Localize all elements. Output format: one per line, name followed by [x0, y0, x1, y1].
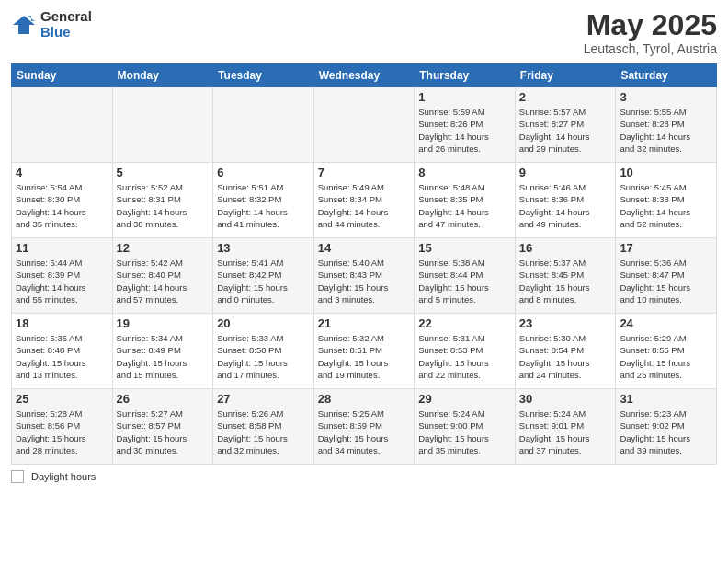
day-number: 2	[519, 90, 612, 104]
day-number: 11	[16, 241, 108, 255]
day-number: 25	[16, 392, 108, 406]
header-tuesday: Tuesday	[213, 64, 314, 87]
day-number: 20	[217, 316, 310, 330]
calendar-cell: 28Sunrise: 5:25 AM Sunset: 8:59 PM Dayli…	[313, 389, 415, 465]
calendar-cell: 6Sunrise: 5:51 AM Sunset: 8:32 PM Daylig…	[213, 163, 314, 238]
calendar-cell: 5Sunrise: 5:52 AM Sunset: 8:31 PM Daylig…	[112, 163, 213, 238]
calendar-cell: 24Sunrise: 5:29 AM Sunset: 8:55 PM Dayli…	[616, 314, 717, 389]
day-number: 8	[418, 166, 511, 179]
day-number: 21	[318, 316, 411, 330]
day-info: Sunrise: 5:54 AM Sunset: 8:30 PM Dayligh…	[16, 181, 108, 230]
day-number: 24	[620, 316, 712, 330]
day-number: 26	[117, 392, 210, 406]
calendar-cell: 20Sunrise: 5:33 AM Sunset: 8:50 PM Dayli…	[213, 314, 314, 389]
day-info: Sunrise: 5:48 AM Sunset: 8:35 PM Dayligh…	[418, 181, 511, 230]
day-info: Sunrise: 5:23 AM Sunset: 9:02 PM Dayligh…	[620, 408, 712, 456]
day-number: 31	[620, 392, 712, 406]
day-info: Sunrise: 5:49 AM Sunset: 8:34 PM Dayligh…	[318, 181, 411, 230]
day-number: 6	[217, 166, 310, 179]
calendar-body: 1Sunrise: 5:59 AM Sunset: 8:26 PM Daylig…	[12, 87, 717, 465]
calendar-cell: 23Sunrise: 5:30 AM Sunset: 8:54 PM Dayli…	[515, 314, 616, 389]
calendar-cell: 22Sunrise: 5:31 AM Sunset: 8:53 PM Dayli…	[415, 314, 516, 389]
calendar-cell	[213, 87, 314, 163]
footer: Daylight hours	[11, 470, 717, 483]
day-info: Sunrise: 5:34 AM Sunset: 8:49 PM Dayligh…	[117, 332, 210, 381]
calendar-cell: 3Sunrise: 5:55 AM Sunset: 8:28 PM Daylig…	[616, 87, 717, 163]
day-number: 5	[117, 166, 210, 179]
day-info: Sunrise: 5:30 AM Sunset: 8:54 PM Dayligh…	[519, 332, 612, 381]
calendar-cell: 9Sunrise: 5:46 AM Sunset: 8:36 PM Daylig…	[515, 163, 616, 238]
day-number: 27	[217, 392, 310, 406]
calendar-cell: 15Sunrise: 5:38 AM Sunset: 8:44 PM Dayli…	[415, 238, 516, 314]
header: General Blue May 2025 Leutasch, Tyrol, A…	[11, 9, 717, 56]
day-number: 7	[318, 166, 411, 179]
calendar-header: Sunday Monday Tuesday Wednesday Thursday…	[12, 64, 717, 87]
calendar-cell: 7Sunrise: 5:49 AM Sunset: 8:34 PM Daylig…	[313, 163, 415, 238]
calendar-cell: 30Sunrise: 5:24 AM Sunset: 9:01 PM Dayli…	[515, 389, 616, 465]
day-info: Sunrise: 5:51 AM Sunset: 8:32 PM Dayligh…	[217, 181, 310, 230]
day-info: Sunrise: 5:32 AM Sunset: 8:51 PM Dayligh…	[318, 332, 411, 381]
calendar-cell: 12Sunrise: 5:42 AM Sunset: 8:40 PM Dayli…	[112, 238, 213, 314]
header-monday: Monday	[112, 64, 213, 87]
month-title: May 2025	[584, 9, 717, 41]
day-info: Sunrise: 5:59 AM Sunset: 8:26 PM Dayligh…	[418, 106, 511, 155]
calendar-cell: 19Sunrise: 5:34 AM Sunset: 8:49 PM Dayli…	[112, 314, 213, 389]
day-number: 4	[16, 166, 108, 179]
calendar-cell: 21Sunrise: 5:32 AM Sunset: 8:51 PM Dayli…	[313, 314, 415, 389]
day-info: Sunrise: 5:27 AM Sunset: 8:57 PM Dayligh…	[117, 408, 210, 456]
day-info: Sunrise: 5:57 AM Sunset: 8:27 PM Dayligh…	[519, 106, 612, 155]
header-wednesday: Wednesday	[313, 64, 415, 87]
day-info: Sunrise: 5:24 AM Sunset: 9:01 PM Dayligh…	[519, 408, 612, 456]
day-info: Sunrise: 5:29 AM Sunset: 8:55 PM Dayligh…	[620, 332, 712, 381]
day-info: Sunrise: 5:44 AM Sunset: 8:39 PM Dayligh…	[16, 257, 108, 305]
svg-marker-0	[13, 16, 35, 34]
calendar-cell: 17Sunrise: 5:36 AM Sunset: 8:47 PM Dayli…	[616, 238, 717, 314]
day-info: Sunrise: 5:38 AM Sunset: 8:44 PM Dayligh…	[418, 257, 511, 305]
day-info: Sunrise: 5:52 AM Sunset: 8:31 PM Dayligh…	[117, 181, 210, 230]
day-number: 15	[418, 241, 511, 255]
main-container: General Blue May 2025 Leutasch, Tyrol, A…	[0, 0, 728, 563]
logo-icon	[11, 12, 37, 38]
day-number: 13	[217, 241, 310, 255]
calendar-cell: 2Sunrise: 5:57 AM Sunset: 8:27 PM Daylig…	[515, 87, 616, 163]
header-sunday: Sunday	[12, 64, 113, 87]
calendar-cell: 31Sunrise: 5:23 AM Sunset: 9:02 PM Dayli…	[616, 389, 717, 465]
day-number: 30	[519, 392, 612, 406]
calendar-cell: 25Sunrise: 5:28 AM Sunset: 8:56 PM Dayli…	[12, 389, 113, 465]
day-number: 10	[620, 166, 712, 179]
day-info: Sunrise: 5:24 AM Sunset: 9:00 PM Dayligh…	[418, 408, 511, 456]
title-block: May 2025 Leutasch, Tyrol, Austria	[584, 9, 717, 56]
day-info: Sunrise: 5:25 AM Sunset: 8:59 PM Dayligh…	[318, 408, 411, 456]
week-row-0: 1Sunrise: 5:59 AM Sunset: 8:26 PM Daylig…	[12, 87, 717, 163]
calendar-table: Sunday Monday Tuesday Wednesday Thursday…	[11, 63, 717, 465]
week-row-1: 4Sunrise: 5:54 AM Sunset: 8:30 PM Daylig…	[12, 163, 717, 238]
day-number: 16	[519, 241, 612, 255]
calendar-cell: 26Sunrise: 5:27 AM Sunset: 8:57 PM Dayli…	[112, 389, 213, 465]
day-info: Sunrise: 5:42 AM Sunset: 8:40 PM Dayligh…	[117, 257, 210, 305]
day-info: Sunrise: 5:55 AM Sunset: 8:28 PM Dayligh…	[620, 106, 712, 155]
logo-general: General	[40, 9, 92, 25]
day-info: Sunrise: 5:35 AM Sunset: 8:48 PM Dayligh…	[16, 332, 108, 381]
day-number: 17	[620, 241, 712, 255]
week-row-2: 11Sunrise: 5:44 AM Sunset: 8:39 PM Dayli…	[12, 238, 717, 314]
day-info: Sunrise: 5:36 AM Sunset: 8:47 PM Dayligh…	[620, 257, 712, 305]
calendar-cell: 18Sunrise: 5:35 AM Sunset: 8:48 PM Dayli…	[12, 314, 113, 389]
daylight-box	[11, 470, 24, 483]
calendar-cell: 13Sunrise: 5:41 AM Sunset: 8:42 PM Dayli…	[213, 238, 314, 314]
calendar-cell: 10Sunrise: 5:45 AM Sunset: 8:38 PM Dayli…	[616, 163, 717, 238]
day-number: 12	[117, 241, 210, 255]
calendar-cell	[313, 87, 415, 163]
day-info: Sunrise: 5:37 AM Sunset: 8:45 PM Dayligh…	[519, 257, 612, 305]
header-saturday: Saturday	[616, 64, 717, 87]
header-row: Sunday Monday Tuesday Wednesday Thursday…	[12, 64, 717, 87]
day-number: 1	[418, 90, 511, 104]
calendar-cell: 1Sunrise: 5:59 AM Sunset: 8:26 PM Daylig…	[415, 87, 516, 163]
calendar-cell: 29Sunrise: 5:24 AM Sunset: 9:00 PM Dayli…	[415, 389, 516, 465]
day-info: Sunrise: 5:28 AM Sunset: 8:56 PM Dayligh…	[16, 408, 108, 456]
calendar-cell	[12, 87, 113, 163]
day-number: 18	[16, 316, 108, 330]
calendar-cell: 27Sunrise: 5:26 AM Sunset: 8:58 PM Dayli…	[213, 389, 314, 465]
day-info: Sunrise: 5:33 AM Sunset: 8:50 PM Dayligh…	[217, 332, 310, 381]
subtitle: Leutasch, Tyrol, Austria	[584, 41, 717, 56]
calendar-cell	[112, 87, 213, 163]
